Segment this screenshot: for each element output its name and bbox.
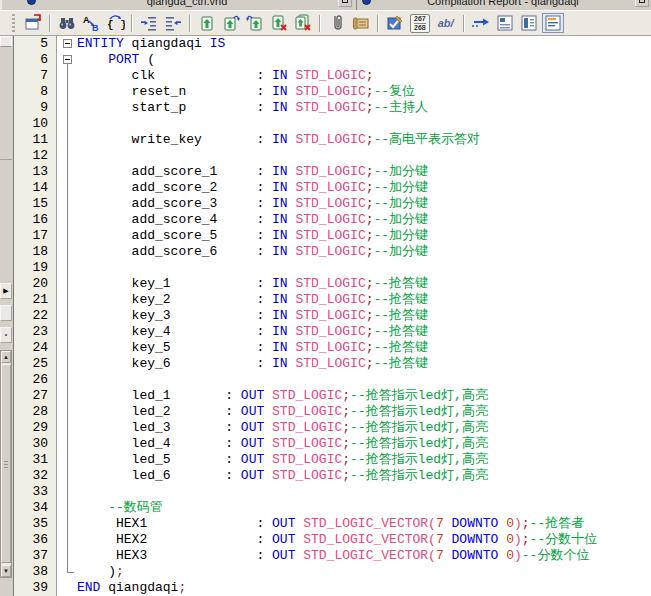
- code-line[interactable]: 30 led_4 : OUT STD_LOGIC;--抢答指示led灯,高亮: [14, 436, 651, 452]
- toolbar-separator: [189, 15, 191, 32]
- code-line[interactable]: 29 led_3 : OUT STD_LOGIC;--抢答指示led灯,高亮: [14, 420, 651, 436]
- code-line[interactable]: 26: [14, 372, 651, 388]
- code-line[interactable]: 15 add_score_3 : IN STD_LOGIC;--加分键: [14, 196, 651, 212]
- toolbar-separator: [49, 15, 51, 32]
- code-line[interactable]: 5ENTITY qiangdaqi IS: [14, 36, 651, 52]
- scroll-down-arrow[interactable]: ▼: [1, 565, 11, 577]
- find-button[interactable]: [56, 13, 78, 33]
- fold-margin: [57, 420, 77, 436]
- code-line[interactable]: 10: [14, 116, 651, 132]
- macro-scroll-button[interactable]: [350, 13, 372, 33]
- code-text: start_p : IN STD_LOGIC;--主持人: [77, 100, 428, 116]
- code-line[interactable]: 12: [14, 148, 651, 164]
- code-line[interactable]: 28 led_2 : OUT STD_LOGIC;--抢答指示led灯,高亮: [14, 404, 651, 420]
- maximize-button[interactable]: [635, 0, 649, 7]
- code-line[interactable]: 33: [14, 484, 651, 500]
- toolbar-separator: [131, 15, 133, 32]
- editor-window-titlebar[interactable]: qiangda_ctrl.vhd: [5, 0, 354, 10]
- line-number: 22: [14, 308, 57, 324]
- code-line[interactable]: 25 key_6 : IN STD_LOGIC;--抢答键: [14, 356, 651, 372]
- code-text: key_4 : IN STD_LOGIC;--抢答键: [77, 324, 428, 340]
- line-number: 39: [14, 580, 57, 596]
- fold-margin: [57, 340, 77, 356]
- code-text: led_4 : OUT STD_LOGIC;--抢答指示led灯,高亮: [77, 436, 488, 452]
- match-delimiter-button[interactable]: { }: [104, 13, 126, 33]
- code-line[interactable]: 6 PORT (: [14, 52, 651, 68]
- code-line[interactable]: 27 led_1 : OUT STD_LOGIC;--抢答指示led灯,高亮: [14, 388, 651, 404]
- line-number: 17: [14, 228, 57, 244]
- code-text: PORT (: [77, 52, 155, 68]
- line-number: 9: [14, 100, 57, 116]
- code-line[interactable]: 9 start_p : IN STD_LOGIC;--主持人: [14, 100, 651, 116]
- code-line[interactable]: 22 key_3 : IN STD_LOGIC;--抢答键: [14, 308, 651, 324]
- panel-edge-header: [0, 36, 12, 47]
- fold-margin: [57, 84, 77, 100]
- report-layout-button-3[interactable]: [542, 13, 564, 33]
- unindent-button[interactable]: [162, 13, 184, 33]
- code-line[interactable]: 16 add_score_4 : IN STD_LOGIC;--加分键: [14, 212, 651, 228]
- window-red-arrow-button[interactable]: [22, 13, 44, 33]
- code-line[interactable]: 21 key_2 : IN STD_LOGIC;--抢答键: [14, 292, 651, 308]
- code-text: HEX2 : OUT STD_LOGIC_VECTOR(7 DOWNTO 0);…: [77, 532, 597, 548]
- code-line[interactable]: 20 key_1 : IN STD_LOGIC;--抢答键: [14, 276, 651, 292]
- fold-margin: [57, 516, 77, 532]
- code-text: key_2 : IN STD_LOGIC;--抢答键: [77, 292, 428, 308]
- panel-splitter-button[interactable]: [0, 305, 12, 321]
- code-line[interactable]: 19: [14, 260, 651, 276]
- next-bookmark-button[interactable]: [220, 13, 242, 33]
- line-number: 28: [14, 404, 57, 420]
- code-line[interactable]: 13 add_score_1 : IN STD_LOGIC;--加分键: [14, 164, 651, 180]
- code-line[interactable]: 7 clk : IN STD_LOGIC;: [14, 68, 651, 84]
- fold-margin: [57, 260, 77, 276]
- code-line[interactable]: 36 HEX2 : OUT STD_LOGIC_VECTOR(7 DOWNTO …: [14, 532, 651, 548]
- scrollbar-thumb[interactable]: [1, 364, 11, 563]
- code-line[interactable]: 38 );: [14, 564, 651, 580]
- panel-expand-button[interactable]: ▶: [0, 283, 12, 299]
- code-line[interactable]: 23 key_4 : IN STD_LOGIC;--抢答键: [14, 324, 651, 340]
- fold-collapse-box[interactable]: [57, 52, 77, 68]
- previous-bookmark-button[interactable]: [244, 13, 266, 33]
- line-number: 13: [14, 164, 57, 180]
- clear-all-bookmarks-button[interactable]: [292, 13, 314, 33]
- panel-vertical-scrollbar[interactable]: ▲ ▼: [0, 350, 12, 578]
- fold-collapse-box[interactable]: [57, 36, 77, 52]
- line-number: 29: [14, 420, 57, 436]
- code-line[interactable]: 8 reset_n : IN STD_LOGIC;--复位: [14, 84, 651, 100]
- toolbar-grip[interactable]: [12, 14, 15, 32]
- code-line[interactable]: 37 HEX3 : OUT STD_LOGIC_VECTOR(7 DOWNTO …: [14, 548, 651, 564]
- code-line[interactable]: 31 led_5 : OUT STD_LOGIC;--抢答指示led灯,高亮: [14, 452, 651, 468]
- editor-window-title: qiangda_ctrl.vhd: [36, 0, 338, 7]
- code-line[interactable]: 14 add_score_2 : IN STD_LOGIC;--加分键: [14, 180, 651, 196]
- code-line[interactable]: 35 HEX1 : OUT STD_LOGIC_VECTOR(7 DOWNTO …: [14, 516, 651, 532]
- fold-margin: [57, 484, 77, 500]
- fold-margin: [57, 388, 77, 404]
- report-window-titlebar[interactable]: Compilation Report - qiangdaqi: [356, 0, 651, 10]
- line-number: 12: [14, 148, 57, 164]
- check-syntax-button[interactable]: [384, 13, 406, 33]
- report-layout-button-1[interactable]: [494, 13, 516, 33]
- line-number: 15: [14, 196, 57, 212]
- scroll-up-arrow[interactable]: ▲: [1, 351, 11, 363]
- code-line[interactable]: 39END qiangdaqi;: [14, 580, 651, 596]
- attach-file-button[interactable]: [326, 13, 348, 33]
- code-text: key_5 : IN STD_LOGIC;--抢答键: [77, 340, 428, 356]
- indent-button[interactable]: [138, 13, 160, 33]
- word-wrap-button[interactable]: ab/: [438, 17, 454, 29]
- code-line[interactable]: 18 add_score_6 : IN STD_LOGIC;--加分键: [14, 244, 651, 260]
- maximize-button[interactable]: [338, 0, 352, 7]
- vhdl-code-editor[interactable]: 5ENTITY qiangdaqi IS6 PORT (7 clk : IN S…: [13, 36, 651, 596]
- line-number: 26: [14, 372, 57, 388]
- report-layout-button-2[interactable]: [518, 13, 540, 33]
- insert-bookmark-button[interactable]: [196, 13, 218, 33]
- fold-margin: [57, 548, 77, 564]
- code-line[interactable]: 32 led_6 : OUT STD_LOGIC;--抢答指示led灯,高亮: [14, 468, 651, 484]
- goto-arrow-button[interactable]: [470, 13, 492, 33]
- replace-button[interactable]: AB: [80, 13, 102, 33]
- fold-margin: [57, 452, 77, 468]
- code-line[interactable]: 17 add_score_5 : IN STD_LOGIC;--加分键: [14, 228, 651, 244]
- clear-bookmark-button[interactable]: [268, 13, 290, 33]
- code-line[interactable]: 24 key_5 : IN STD_LOGIC;--抢答键: [14, 340, 651, 356]
- code-line[interactable]: 34 --数码管: [14, 500, 651, 516]
- code-line[interactable]: 11 write_key : IN STD_LOGIC;--高电平表示答对: [14, 132, 651, 148]
- panel-small-button[interactable]: •: [0, 327, 12, 343]
